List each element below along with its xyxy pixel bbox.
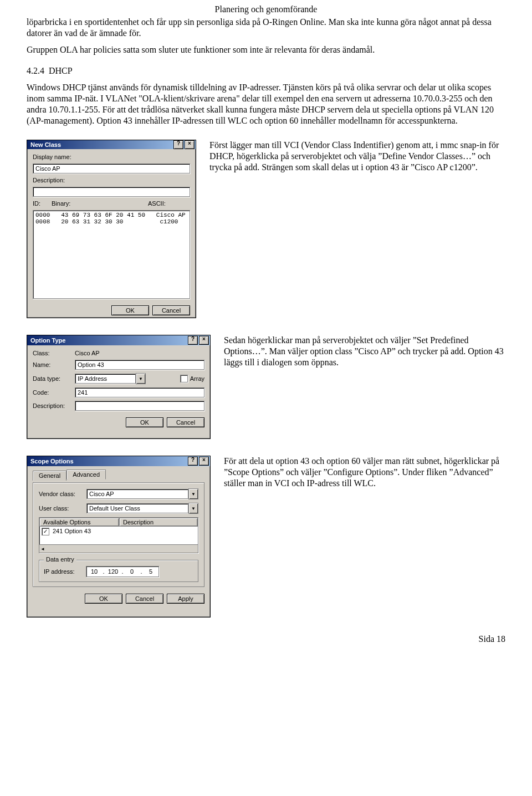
caption-2: Sedan högerklickar man på serverobjektet… [224,335,505,368]
dropdown-arrow-icon[interactable]: ▼ [136,373,146,384]
tabs: General Advanced [33,470,204,479]
vendor-class-label: Vendor class: [39,491,83,497]
paragraph-2: Gruppen OLA har policies satta som slute… [27,44,505,55]
hex-line-2: 0008 20 63 31 32 30 30 c1200 [35,218,178,225]
caption-3: För att dela ut option 43 och option 60 … [224,456,505,489]
display-name-label: Display name: [33,154,190,160]
dialog-new-class: New Class ? × Display name: Cisco AP Des… [27,140,196,318]
user-class-select[interactable]: Default User Class [86,503,188,513]
code-label: Code: [33,389,71,396]
datatype-select[interactable]: IP Address [75,374,136,384]
tab-general[interactable]: General [33,471,66,481]
help-button[interactable]: ? [188,457,198,466]
dialog-title: Option Type [30,337,65,344]
ok-button[interactable]: OK [111,305,149,315]
body-text: löparbricka i en sportidentenhet och får… [27,17,505,126]
ip-octet-3[interactable]: 0 [124,568,140,575]
tab-panel-advanced: Vendor class: Cisco AP ▼ User class: Def… [33,482,204,587]
class-label: Class: [33,350,71,356]
col-description[interactable]: Description [119,518,198,527]
ascii-header: ASCII: [148,200,166,207]
dialog-option-type: Option Type ? × Class: Cisco AP Name: Op… [27,335,211,439]
ip-address-label: IP address: [44,568,83,575]
code-input[interactable]: 241 [75,387,204,397]
class-value: Cisco AP [75,350,204,356]
tab-advanced[interactable]: Advanced [66,470,106,479]
page-footer: Sida 18 [27,634,505,644]
caption-1: Först lägger man till VCI (Vendor Class … [209,140,505,173]
titlebar[interactable]: Scope Options ? × [27,456,210,466]
ip-octet-2[interactable]: 120 [105,568,121,575]
binary-header: Binary: [52,200,148,207]
dropdown-arrow-icon[interactable]: ▼ [188,488,198,499]
option-checkbox[interactable]: ✓ [42,528,49,535]
description-label: Description: [33,402,71,409]
hex-editor[interactable]: 0000 43 69 73 63 6F 20 41 50 Cisco AP 00… [33,210,190,299]
array-checkbox[interactable]: Array [180,375,204,382]
display-name-input[interactable]: Cisco AP [33,164,190,174]
ok-button[interactable]: OK [85,594,122,604]
help-button[interactable]: ? [188,336,198,345]
ip-address-input[interactable]: 10. 120. 0. 5 [86,566,159,577]
close-button[interactable]: × [199,457,209,466]
horizontal-scrollbar[interactable] [39,544,198,553]
description-input[interactable] [33,187,190,197]
dialog-title: Scope Options [30,458,74,465]
option-row-label: 241 Option 43 [53,528,91,534]
hex-line-1: 0000 43 69 73 63 6F 20 41 50 Cisco AP [35,212,186,218]
hex-header: ID: Binary: ASCII: [33,200,190,207]
vendor-class-select[interactable]: Cisco AP [86,489,188,499]
cancel-button[interactable]: Cancel [167,417,204,427]
description-input[interactable] [75,401,204,411]
titlebar[interactable]: Option Type ? × [27,335,210,345]
dialog-title: New Class [30,141,61,148]
apply-button[interactable]: Apply [167,594,204,604]
data-entry-legend: Data entry [44,556,76,563]
dropdown-arrow-icon[interactable]: ▼ [188,503,198,514]
section-heading: 4.2.4 DHCP [27,65,505,76]
name-label: Name: [33,361,71,368]
section-title: DHCP [49,66,73,75]
col-available[interactable]: Available Options [39,518,119,527]
section-number: 4.2.4 [27,66,44,75]
cancel-button[interactable]: Cancel [126,594,163,604]
help-button[interactable]: ? [173,140,183,149]
datatype-label: Data type: [33,375,71,382]
dialog-scope-options: Scope Options ? × General Advanced Vendo… [27,456,211,618]
close-button[interactable]: × [185,140,195,149]
data-entry-group: Data entry IP address: 10. 120. 0. 5 [39,560,198,582]
paragraph-1: löparbricka i en sportidentenhet och får… [27,17,505,39]
paragraph-3: Windows DHCP tjänst används för dynamisk… [27,82,505,126]
cancel-button[interactable]: Cancel [152,305,190,315]
array-label: Array [190,375,204,382]
id-header: ID: [33,200,52,207]
ok-button[interactable]: OK [126,417,163,427]
user-class-label: User class: [39,505,83,512]
ip-octet-1[interactable]: 10 [86,568,102,575]
titlebar[interactable]: New Class ? × [27,140,196,149]
close-button[interactable]: × [199,336,209,345]
name-input[interactable]: Option 43 [75,360,204,370]
options-list[interactable]: ✓ 241 Option 43 [39,527,198,544]
page-header: Planering och genomförande [27,0,505,17]
options-list-header: Available Options Description [39,518,198,527]
ip-octet-4[interactable]: 5 [143,568,158,575]
description-label: Description: [33,177,190,183]
